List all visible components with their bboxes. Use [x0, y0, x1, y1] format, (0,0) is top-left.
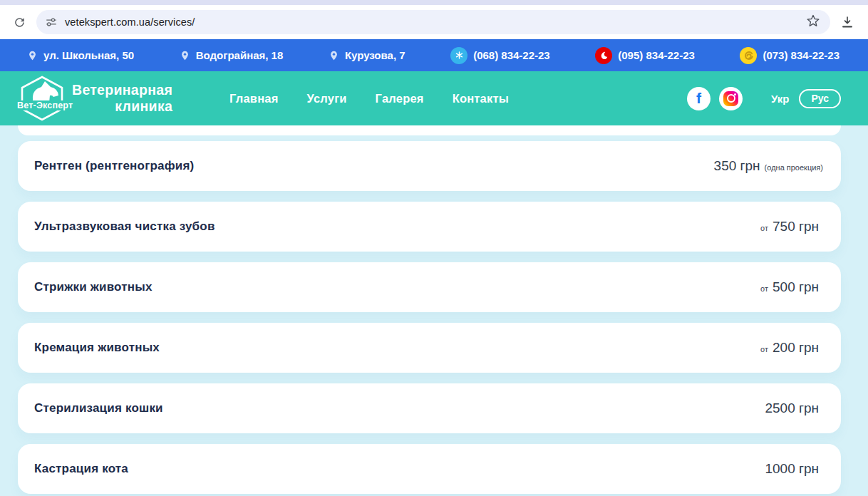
services-list: Рентген (рентгенография) 350 грн (одна п…: [0, 125, 868, 494]
logo-hexagon: Вет-Эксперт: [18, 75, 66, 122]
partial-card-top: [18, 125, 841, 135]
site-settings-icon[interactable]: [45, 16, 58, 29]
download-icon: [840, 15, 854, 29]
browser-toolbar: vetekspert.com.ua/services/: [0, 5, 868, 39]
logo-badge-text: Вет-Эксперт: [15, 100, 75, 110]
browser-tab-strip: [0, 0, 868, 5]
service-row-cat-castration: Кастрация кота 1000 грн: [18, 444, 841, 494]
nav-right-group: f Укр Рус: [687, 87, 841, 110]
logo-title-line2: клиника: [72, 98, 172, 115]
logo-title: Ветеринарная клиника: [72, 82, 172, 115]
reload-button[interactable]: [9, 11, 30, 33]
service-price: от 500 грн: [760, 279, 823, 295]
phone-link-kyivstar[interactable]: (068) 834-22-23: [450, 47, 550, 64]
address-label: Курузова, 7: [345, 49, 405, 61]
service-title: Стерилизация кошки: [34, 401, 163, 415]
service-row-cat-sterilization: Стерилизация кошки 2500 грн: [18, 383, 841, 433]
location-pin-icon: [27, 49, 38, 62]
logo[interactable]: Вет-Эксперт Ветеринарная клиника: [18, 75, 169, 122]
service-price: 2500 грн: [760, 401, 823, 416]
service-price: от 750 грн: [760, 219, 823, 234]
service-row-xray: Рентген (рентгенография) 350 грн (одна п…: [18, 141, 841, 191]
dog-hexagon-icon: [18, 75, 66, 122]
facebook-icon: f: [696, 91, 701, 105]
address-link-3[interactable]: Курузова, 7: [329, 49, 405, 62]
service-price: 350 грн (одна проекция): [710, 158, 823, 174]
service-row-cremation: Кремация животных от 200 грн: [18, 323, 841, 373]
language-switcher: Укр Рус: [771, 89, 841, 108]
facebook-button[interactable]: f: [687, 87, 711, 110]
main-menu: Главная Услуги Галерея Контакты: [229, 92, 509, 105]
phone-number: (073) 834-22-23: [763, 49, 839, 61]
address-link-2[interactable]: Водограйная, 18: [180, 49, 284, 62]
location-pin-icon: [180, 49, 190, 62]
phone-number: (068) 834-22-23: [473, 49, 550, 61]
service-title: Ультразвуковая чистка зубов: [34, 219, 215, 234]
location-pin-icon: [329, 49, 339, 62]
address-bar[interactable]: vetekspert.com.ua/services/: [36, 10, 830, 34]
star-icon: [806, 14, 820, 28]
logo-title-line1: Ветеринарная: [72, 82, 172, 98]
service-title: Кастрация кота: [34, 462, 128, 476]
phone-number: (095) 834-22-23: [618, 49, 695, 61]
instagram-icon: [723, 91, 738, 106]
service-row-grooming: Стрижки животных от 500 грн: [18, 262, 841, 312]
kyivstar-icon: [450, 47, 467, 64]
menu-item-services[interactable]: Услуги: [307, 92, 347, 105]
bookmark-star-button[interactable]: [806, 14, 820, 31]
address-label: Водограйная, 18: [196, 49, 284, 61]
service-title: Рентген (рентгенография): [34, 159, 194, 173]
address-link-1[interactable]: ул. Школьная, 50: [27, 49, 134, 62]
menu-item-contacts[interactable]: Контакты: [453, 92, 509, 105]
vodafone-icon: [595, 47, 612, 64]
service-title: Кремация животных: [34, 341, 160, 355]
service-row-teeth-cleaning: Ультразвуковая чистка зубов от 750 грн: [18, 202, 841, 252]
service-price: от 200 грн: [760, 340, 823, 356]
menu-item-gallery[interactable]: Галерея: [376, 92, 424, 105]
instagram-button[interactable]: [719, 87, 743, 110]
lang-rus-button[interactable]: Рус: [799, 89, 841, 108]
download-button[interactable]: [837, 11, 858, 33]
url-text: vetekspert.com.ua/services/: [65, 16, 799, 28]
lang-ukr-button[interactable]: Укр: [771, 93, 789, 105]
phone-link-lifecell[interactable]: (073) 834-22-23: [740, 47, 839, 64]
service-title: Стрижки животных: [34, 280, 153, 294]
menu-item-home[interactable]: Главная: [229, 92, 279, 105]
service-price: 1000 грн: [760, 461, 823, 477]
phone-link-vodafone[interactable]: (095) 834-22-23: [595, 47, 695, 64]
lifecell-icon: [740, 47, 757, 64]
main-navbar: Вет-Эксперт Ветеринарная клиника Главная…: [0, 71, 868, 125]
contact-bar: ул. Школьная, 50 Водограйная, 18 Курузов…: [0, 39, 868, 71]
reload-icon: [13, 16, 26, 29]
address-label: ул. Школьная, 50: [43, 49, 134, 61]
